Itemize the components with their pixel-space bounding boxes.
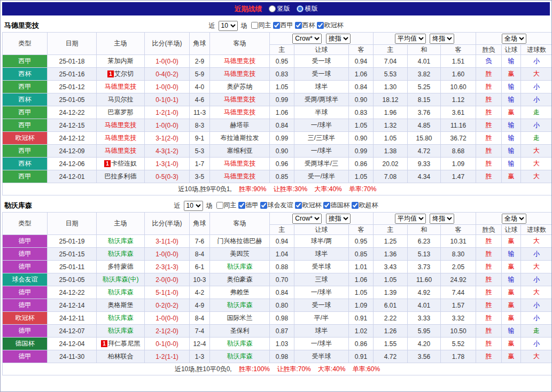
result-goals: 大 — [521, 158, 552, 170]
result-handicap: 赢 — [502, 350, 521, 363]
filter-checkbox[interactable] — [273, 22, 280, 29]
team-label: 马德里竞技 — [224, 96, 256, 103]
score: 3-1(1-0) — [145, 235, 190, 248]
score: 0-1(0-0) — [145, 338, 190, 350]
subcol-winloss: 胜负 — [476, 225, 502, 235]
handicap-home-odds: 0.99 — [270, 93, 294, 106]
handicap-away-odds: 0.84 — [349, 81, 374, 93]
avg-draw-odds: 4.92 — [408, 286, 441, 299]
handicap-home-odds: 0.85 — [270, 170, 294, 183]
home-team: 1拜仁慕尼黑 — [97, 338, 145, 350]
filter-同主[interactable]: 同主 — [251, 21, 271, 30]
filter-球会友谊[interactable]: 球会友谊 — [260, 201, 293, 210]
average-select[interactable]: 平均值 — [395, 214, 426, 224]
filter-德国杯[interactable]: 德国杯 — [323, 201, 350, 210]
filter-欧冠杯[interactable]: 欧冠杯 — [295, 201, 322, 210]
filter-欧超杯[interactable]: 欧超杯 — [352, 201, 378, 210]
handicap-away-odds: 0.95 — [349, 235, 374, 248]
avg-home-odds: 20.02 — [374, 158, 408, 170]
avg-away-odds: 1.60 — [441, 68, 476, 81]
filter-checkbox[interactable] — [251, 22, 258, 29]
average-mode-select[interactable]: 终指 — [430, 34, 454, 44]
horizontal-radio[interactable] — [297, 5, 304, 12]
filter-德甲[interactable]: 德甲 — [238, 201, 259, 210]
away-team: 布拉迪斯拉发 — [210, 132, 270, 145]
filter-欧冠杯[interactable]: 欧冠杯 — [317, 21, 344, 30]
result-goals: 小 — [521, 312, 552, 325]
filter-西杯[interactable]: 西杯 — [295, 21, 315, 30]
home-team: 莱加内斯 — [97, 55, 145, 68]
result-winloss: 胜 — [476, 273, 502, 286]
match-date: 24-12-14 — [48, 299, 97, 312]
column-header-away: 客场 — [210, 213, 270, 235]
filter-checkbox[interactable] — [238, 202, 245, 209]
avg-away-odds: 8.30 — [441, 248, 476, 261]
handicap-line: 三/三球半 — [294, 132, 349, 145]
bookmaker-select[interactable]: Crow* — [292, 34, 322, 44]
away-team: 美因茨 — [210, 248, 270, 261]
handicap-away-odds: 1.05 — [349, 170, 374, 183]
filter-checkbox[interactable] — [295, 202, 302, 209]
handicap-home-odds: 0.95 — [270, 55, 294, 68]
column-header-home: 主场 — [97, 213, 145, 235]
bookmaker-mode-select[interactable]: 接指 — [326, 34, 351, 44]
home-team: 勒沃库森(中) — [97, 273, 145, 286]
matches-label: 场 — [241, 21, 247, 30]
away-team: 勒沃库森 — [210, 338, 270, 350]
recent-count-select[interactable]: 10 — [219, 21, 238, 31]
average-select[interactable]: 平均值 — [395, 34, 426, 44]
table-row: 欧冠杯 24-12-12 马德里竞技 3-1(2-0) 9-1 布拉迪斯拉发 0… — [3, 132, 552, 145]
corner-score: 3-5 — [190, 170, 210, 183]
handicap-away-odds: 0.86 — [349, 158, 374, 170]
filter-checkbox[interactable] — [323, 202, 330, 209]
result-handicap: 赢 — [502, 68, 521, 81]
avg-away-odds: 2.05 — [441, 261, 476, 273]
filter-checkbox[interactable] — [295, 22, 302, 29]
filter-checkbox[interactable] — [216, 202, 223, 209]
team-label: 莱加内斯 — [108, 57, 134, 65]
handicap-home-odds: 1.03 — [270, 338, 294, 350]
table-row: 西甲 24-12-09 马德里竞技 4-3(1-2) 5-3 塞维利亚 0.90… — [3, 145, 552, 158]
filter-checkbox[interactable] — [260, 202, 267, 209]
score: 1-2(1-1) — [145, 350, 190, 363]
corner-score: 9-1 — [190, 132, 210, 145]
filter-checkbox[interactable] — [352, 202, 359, 209]
scope-select[interactable]: 全场 — [502, 34, 526, 44]
scope-select[interactable]: 全场 — [502, 214, 526, 224]
filter-checkbox[interactable] — [317, 22, 324, 29]
vertical-radio[interactable] — [269, 5, 276, 12]
handicap-selects-cell: Crow* 接指 — [270, 33, 374, 45]
handicap-home-odds: 0.88 — [270, 261, 294, 273]
result-winloss: 胜 — [476, 170, 502, 183]
filter-西甲[interactable]: 西甲 — [273, 21, 293, 30]
handicap-away-odds: 0.83 — [349, 106, 374, 119]
recent-count-select[interactable]: 10 — [184, 201, 203, 211]
result-handicap: 赢 — [502, 261, 521, 273]
subcol-winloss: 胜负 — [476, 45, 502, 55]
table-row: 德甲 25-01-19 勒沃库森 3-1(1-0) 7-6 门兴格拉德巴赫 0.… — [3, 235, 552, 248]
avg-home-odds: 6.01 — [374, 299, 408, 312]
layout-option-horizontal[interactable]: 横版 — [297, 4, 318, 13]
team-label: 塞维利亚 — [227, 147, 253, 154]
average-mode-select[interactable]: 终指 — [430, 214, 454, 224]
match-type-badge: 德甲 — [3, 261, 48, 273]
layout-option-vertical[interactable]: 竖版 — [269, 4, 290, 13]
handicap-line: 受一球 — [294, 55, 349, 68]
handicap-line: 受一球 — [294, 68, 349, 81]
bookmaker-select[interactable]: Crow* — [292, 214, 322, 224]
corner-score: 12-4 — [190, 338, 210, 350]
avg-home-odds: 1.39 — [374, 286, 408, 299]
table-row: 德甲 25-01-11 多特蒙德 2-3(1-3) 6-1 勒沃库森 0.88 … — [3, 261, 552, 273]
result-goals: 小 — [521, 248, 552, 261]
bookmaker-mode-select[interactable]: 接指 — [326, 214, 351, 224]
team-label: 马德里竞技 — [224, 173, 256, 180]
team-label: 巴拉多利德 — [105, 173, 137, 180]
team-label: 马德里竞技 — [224, 70, 256, 77]
avg-home-odds: 18.12 — [374, 93, 408, 106]
avg-draw-odds: 4.20 — [408, 338, 441, 350]
away-team: 门兴格拉德巴赫 — [210, 235, 270, 248]
avg-home-odds: 7.08 — [374, 170, 408, 183]
team-label: 奥格斯堡 — [108, 301, 134, 309]
filter-同主[interactable]: 同主 — [216, 201, 237, 210]
handicap-home-odds: 0.98 — [270, 312, 294, 325]
